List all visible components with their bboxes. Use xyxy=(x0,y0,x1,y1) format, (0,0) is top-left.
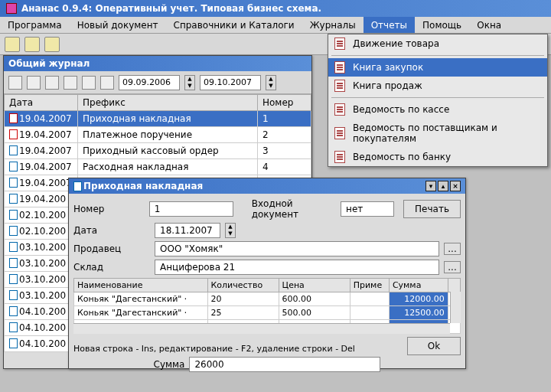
dropdown-item-label: Движение товара xyxy=(353,38,439,49)
cell: 12000.00 xyxy=(389,292,448,306)
ok-button[interactable]: Ok xyxy=(407,337,461,355)
menu-Помощь[interactable]: Помощь xyxy=(415,17,469,33)
grid-col[interactable]: Сумма xyxy=(389,279,448,292)
report-icon xyxy=(334,80,345,92)
label-number: Номер xyxy=(73,204,145,214)
doc-icon xyxy=(9,338,18,348)
menu-Программа[interactable]: Программа xyxy=(0,17,70,33)
date-to-spin[interactable]: ▲▼ xyxy=(266,75,276,90)
doc-icon xyxy=(9,290,18,300)
journal-print-icon[interactable] xyxy=(100,76,114,90)
app-title: Ананас 0.9.4: Оперативный учет. Типовая … xyxy=(21,3,321,14)
cell: 03.10.200 xyxy=(5,256,78,272)
cell: 25 xyxy=(207,306,279,320)
minimize-icon[interactable]: ▾ xyxy=(425,181,436,191)
cell: 3 xyxy=(258,143,311,159)
warehouse-field[interactable] xyxy=(155,260,439,275)
dropdown-item-label: Ведомость по поставщикам и покупателям xyxy=(353,122,538,144)
menu-separator xyxy=(331,55,544,56)
cell: 03.10.200 xyxy=(5,272,78,288)
cell: 600.00 xyxy=(279,292,350,306)
document-title: Приходная накладная xyxy=(83,181,203,191)
seller-field[interactable] xyxy=(155,241,439,256)
table-row[interactable]: 19.04.2007Приходная накладная1 xyxy=(5,111,311,127)
dropdown-item[interactable]: Движение товара xyxy=(328,34,547,53)
toolbar-btn-2[interactable] xyxy=(24,37,40,52)
warehouse-lookup-button[interactable]: ... xyxy=(444,261,461,273)
journal-title: Общий журнал xyxy=(8,58,90,69)
report-icon xyxy=(334,61,345,74)
journal-col[interactable]: Дата xyxy=(5,95,78,111)
table-row[interactable]: Коньяк "Дагестанский" ⋅20600.0012000.00 xyxy=(74,292,461,306)
app-titlebar: Ананас 0.9.4: Оперативный учет. Типовая … xyxy=(0,0,551,17)
dropdown-item[interactable]: Книга закупок xyxy=(328,58,547,77)
app-icon xyxy=(6,3,17,14)
cell: 19.04.2007 xyxy=(5,143,78,159)
table-row[interactable]: 19.04.2007Платежное поручение2 xyxy=(5,127,311,143)
table-row[interactable]: 19.04.2007Приходный кассовый ордер3 xyxy=(5,143,311,159)
label-seller: Продавец xyxy=(73,243,150,254)
journal-col[interactable]: Префикс xyxy=(78,95,258,111)
doc-icon xyxy=(9,162,18,172)
journal-view-icon[interactable] xyxy=(45,76,59,90)
sum-field[interactable] xyxy=(189,357,380,372)
dropdown-item[interactable]: Книга продаж xyxy=(328,77,547,95)
doc-icon xyxy=(9,274,18,284)
journal-titlebar[interactable]: Общий журнал xyxy=(4,56,311,71)
menu-Отчеты[interactable]: Отчеты xyxy=(364,17,415,33)
date-from-spin[interactable]: ▲▼ xyxy=(184,75,195,90)
table-row[interactable]: 19.04.2007Расходная накладная4 xyxy=(5,159,311,175)
grid-col[interactable]: Приме xyxy=(350,279,389,292)
cell: Коньяк "Дагестанский" ⋅ xyxy=(74,292,208,306)
number-field[interactable] xyxy=(149,201,233,217)
print-button[interactable]: Печать xyxy=(403,200,461,218)
menu-Справочники и Каталоги[interactable]: Справочники и Каталоги xyxy=(166,17,302,33)
dropdown-item[interactable]: Ведомость по кассе xyxy=(328,100,547,119)
date-field[interactable] xyxy=(155,223,220,238)
date-spin[interactable]: ▲▼ xyxy=(225,223,236,238)
cell: 19.04.2007 xyxy=(5,175,78,191)
journal-delete-icon[interactable] xyxy=(64,76,77,90)
maximize-icon[interactable]: ▴ xyxy=(438,181,448,191)
toolbar-btn-1[interactable] xyxy=(5,37,20,52)
grid-col[interactable]: Количество xyxy=(207,279,279,292)
grid-scroll-h[interactable] xyxy=(73,323,450,334)
menu-Окна[interactable]: Окна xyxy=(469,17,509,33)
journal-edit-icon[interactable] xyxy=(27,76,41,90)
table-row[interactable]: Коньяк "Дагестанский" ⋅25500.0012500.00 xyxy=(74,306,461,320)
cell: 2 xyxy=(258,127,311,143)
menu-Новый документ[interactable]: Новый документ xyxy=(70,17,166,33)
document-form: Номер Входной документ Печать Дата ▲▼ Пр… xyxy=(69,194,465,380)
label-warehouse: Склад xyxy=(73,262,150,273)
dropdown-item-label: Книга продаж xyxy=(353,80,422,91)
cell: 20 xyxy=(207,292,279,306)
doc-icon xyxy=(9,178,18,188)
cell: 1 xyxy=(258,111,311,127)
journal-refresh-icon[interactable] xyxy=(82,76,96,90)
document-titlebar[interactable]: Приходная накладная ▾ ▴ × xyxy=(69,178,465,194)
label-sum: Сумма xyxy=(154,359,185,370)
document-icon xyxy=(73,181,82,191)
journal-col[interactable]: Номер xyxy=(258,95,311,111)
dropdown-item[interactable]: Ведомость по поставщикам и покупателям xyxy=(328,119,547,148)
menu-Журналы[interactable]: Журналы xyxy=(302,17,364,33)
cell: 04.10.200 xyxy=(5,320,78,336)
lines-grid-wrap: НаименованиеКоличествоЦенаПримеСумма Кон… xyxy=(73,278,461,334)
indoc-field[interactable] xyxy=(341,201,394,217)
cell: 04.10.200 xyxy=(5,336,78,352)
grid-col[interactable]: Цена xyxy=(279,279,350,292)
report-icon xyxy=(334,38,345,50)
hint-text: Новая строка - Ins, редактирование - F2,… xyxy=(73,344,355,354)
cell: 12500.00 xyxy=(389,306,448,320)
doc-icon xyxy=(9,306,18,316)
toolbar-btn-3[interactable] xyxy=(44,37,60,52)
seller-lookup-button[interactable]: ... xyxy=(444,243,461,255)
dropdown-item-label: Ведомость по банку xyxy=(353,152,451,162)
dropdown-item[interactable]: Ведомость по банку xyxy=(328,148,547,166)
date-from-input[interactable] xyxy=(119,75,180,90)
grid-scroll-v[interactable] xyxy=(450,292,461,323)
close-icon[interactable]: × xyxy=(450,181,461,191)
grid-col[interactable]: Наименование xyxy=(74,279,208,292)
date-to-input[interactable] xyxy=(200,75,261,90)
journal-new-icon[interactable] xyxy=(8,76,22,90)
